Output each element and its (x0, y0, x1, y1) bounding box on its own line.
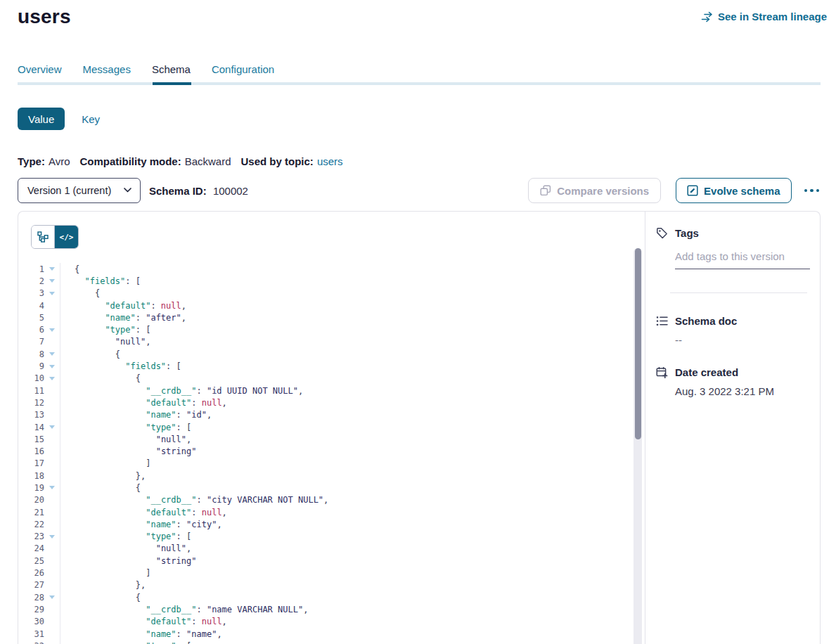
add-tags-input[interactable] (675, 247, 810, 269)
chevron-down-icon (124, 188, 131, 193)
ellipsis-icon (804, 189, 808, 193)
code-text: "null", (60, 543, 634, 555)
code-line: 3{ (18, 288, 634, 300)
code-line: 13"name": "id", (18, 409, 634, 421)
topic-link[interactable]: users (317, 155, 343, 167)
fold-arrow-icon[interactable] (44, 425, 60, 429)
token-p: : (196, 386, 206, 396)
token-p: , (146, 337, 150, 347)
line-number: 12 (18, 398, 44, 408)
fold-arrow-icon[interactable] (44, 279, 60, 283)
more-actions-button[interactable] (803, 186, 821, 195)
code-text: "__crdb__": "name VARCHAR NULL", (60, 603, 634, 615)
fold-arrow-icon[interactable] (44, 328, 60, 332)
fold-arrow-icon[interactable] (44, 535, 60, 539)
schema-id-value: 100002 (213, 185, 248, 197)
see-in-stream-lineage-link[interactable]: See in Stream lineage (701, 11, 827, 22)
code-line: 15"null", (18, 433, 634, 445)
code-text: }, (60, 579, 634, 591)
code-text: "string" (60, 555, 634, 567)
schema-doc-title: Schema doc (675, 315, 737, 327)
date-created-title: Date created (675, 366, 738, 378)
token-p: { (136, 483, 141, 493)
code-text: "type": [ (60, 421, 634, 433)
line-number: 3 (18, 288, 44, 298)
token-s: "id" (186, 410, 207, 420)
token-p: , (222, 617, 227, 626)
code-text: "type": [ (60, 323, 634, 335)
code-line: 18}, (18, 470, 634, 482)
line-number: 9 (18, 361, 44, 371)
page-title: users (18, 6, 71, 28)
code-line: 14"type": [ (18, 421, 634, 433)
token-k: "name" (105, 313, 135, 323)
code-line: 2"fields": [ (18, 275, 634, 287)
evolve-schema-button[interactable]: Evolve schema (676, 178, 791, 203)
code-text: ] (60, 567, 634, 579)
compare-versions-label: Compare versions (557, 185, 649, 197)
fold-arrow-icon[interactable] (44, 365, 60, 368)
meta-compatibility-value: Backward (185, 155, 231, 167)
token-k: "__crdb__" (146, 386, 196, 396)
fold-arrow-icon[interactable] (44, 352, 60, 356)
fold-arrow-icon[interactable] (44, 377, 60, 380)
token-p: { (75, 264, 79, 274)
tab-overview[interactable]: Overview (18, 63, 62, 75)
code-view-button[interactable]: </> (55, 226, 78, 248)
token-p: : (196, 495, 206, 505)
tree-view-icon (37, 231, 49, 243)
token-p: { (95, 288, 100, 298)
code-line: 31"name": "name", (18, 628, 634, 640)
token-s: "string" (156, 446, 197, 456)
token-p: : (176, 629, 186, 639)
token-p: ] (146, 568, 150, 578)
calendar-plus-icon (656, 366, 668, 378)
editor-scrollbar-thumb[interactable] (635, 248, 641, 439)
token-k: "fields" (84, 276, 125, 286)
schema-doc-section-header: Schema doc (656, 315, 810, 327)
code-editor-content[interactable]: 1{2"fields": [3{4"default": null,5"name"… (18, 248, 634, 644)
fold-arrow-icon[interactable] (44, 595, 60, 599)
code-line: 4"default": null, (18, 300, 634, 311)
compare-icon (540, 185, 551, 196)
fold-arrow-icon[interactable] (44, 267, 60, 271)
token-p: , (181, 301, 186, 311)
tab-schema[interactable]: Schema (152, 63, 191, 75)
code-text: "null", (60, 433, 634, 445)
version-select[interactable]: Version 1 (current) (18, 178, 141, 203)
code-text: "name": "id", (60, 409, 634, 421)
token-k: "default" (146, 508, 191, 517)
tab-configuration[interactable]: Configuration (212, 63, 274, 75)
code-line: 1{ (18, 263, 634, 275)
token-s: "id UUID NOT NULL" (207, 386, 298, 396)
token-k: "type" (146, 423, 176, 432)
editor-view-toggle: </> (31, 225, 79, 249)
code-line: 32"type": [ (18, 640, 634, 644)
fold-arrow-icon[interactable] (44, 292, 60, 295)
code-line: 26] (18, 567, 634, 579)
code-line: 24"null", (18, 543, 634, 555)
sidebar-divider (670, 292, 807, 293)
value-toggle-button[interactable]: Value (18, 108, 65, 130)
line-number: 16 (18, 446, 44, 456)
tab-messages[interactable]: Messages (83, 63, 131, 75)
code-text: "name": "name", (60, 628, 634, 640)
editor-scrollbar-track[interactable] (634, 248, 642, 644)
token-n: null (202, 508, 222, 517)
compare-versions-button[interactable]: Compare versions (528, 178, 661, 203)
key-toggle-button[interactable]: Key (82, 113, 100, 125)
list-icon (656, 315, 668, 327)
token-s: "name" (186, 629, 217, 639)
line-number: 25 (18, 556, 44, 566)
meta-compatibility-label: Compatibility mode: (79, 155, 181, 167)
fold-arrow-icon[interactable] (44, 486, 60, 489)
code-line: 7"null", (18, 336, 634, 348)
token-k: "default" (146, 398, 191, 408)
tree-view-button[interactable] (32, 226, 55, 248)
code-text: "__crdb__": "city VARCHAR NOT NULL", (60, 494, 634, 506)
line-number: 17 (18, 458, 44, 468)
code-line: 23"type": [ (18, 531, 634, 543)
token-p: : (176, 410, 186, 420)
token-p: ] (146, 458, 150, 468)
token-p: , (303, 605, 308, 614)
